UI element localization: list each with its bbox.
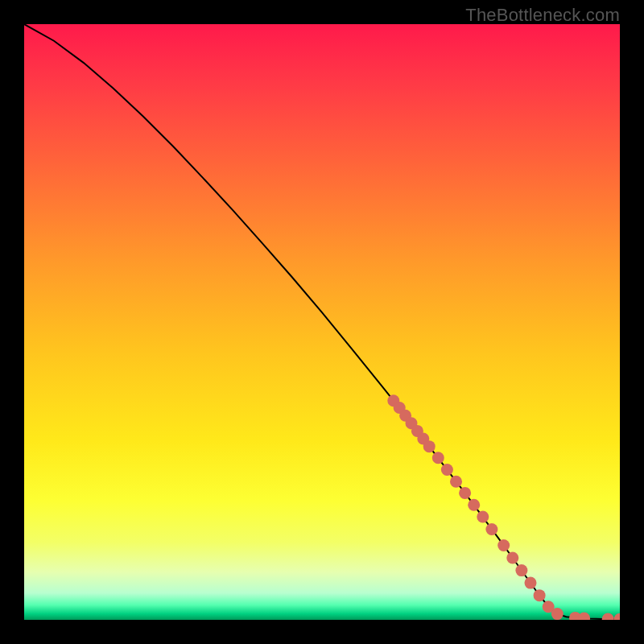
data-marker [441, 464, 453, 476]
data-marker [450, 476, 462, 488]
watermark-text: TheBottleneck.com [465, 5, 620, 26]
data-marker [423, 440, 436, 452]
data-marker [515, 564, 527, 576]
data-marker [551, 608, 564, 620]
data-marker [497, 539, 510, 551]
data-marker [485, 523, 497, 535]
bottleneck-chart [24, 24, 620, 620]
data-marker [477, 510, 489, 522]
data-marker [432, 452, 444, 464]
data-marker [525, 577, 537, 589]
data-marker [459, 487, 471, 499]
chart-frame: TheBottleneck.com [0, 0, 644, 644]
plot-background [24, 24, 620, 620]
data-marker [468, 499, 480, 511]
data-marker [506, 552, 518, 564]
data-marker [534, 589, 546, 601]
